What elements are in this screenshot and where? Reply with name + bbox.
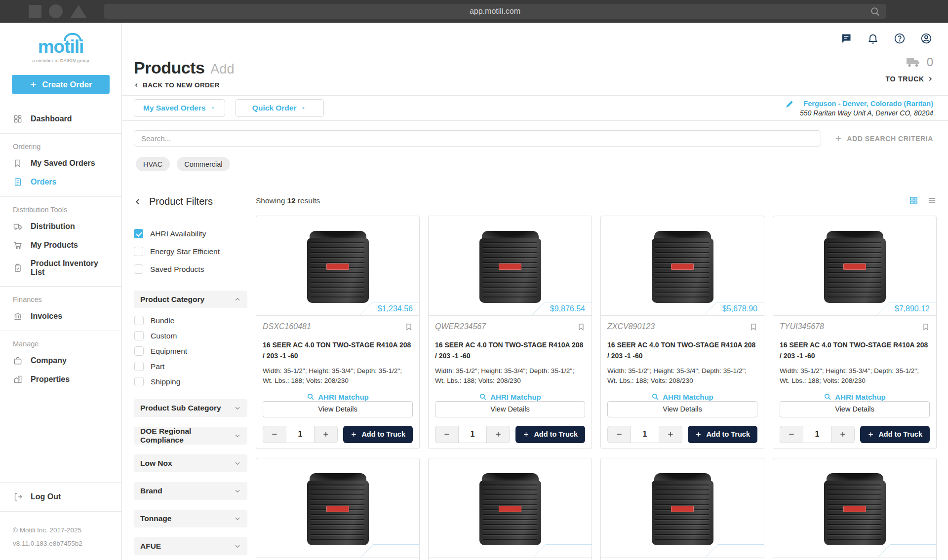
category-option-part[interactable]: Part	[134, 362, 247, 371]
sidebar-item-orders[interactable]: Orders	[0, 173, 121, 191]
motili-logo: motili a member of DAIKIN group	[0, 37, 121, 63]
checkbox[interactable]	[134, 377, 144, 386]
plus-icon	[30, 81, 37, 88]
building-icon	[13, 374, 23, 384]
category-option-bundle[interactable]: Bundle	[134, 316, 247, 325]
filter-toggle-energy-star[interactable]: Energy Star Efficient	[134, 247, 247, 256]
accordion-low-nox[interactable]: Low Nox	[134, 454, 247, 472]
bookmark-icon[interactable]	[750, 322, 757, 332]
qty-decrease-button[interactable]	[263, 426, 286, 443]
url-bar[interactable]: app.motili.com	[104, 4, 886, 19]
sidebar-item-distribution[interactable]: Distribution	[0, 217, 121, 236]
sidebar-item-dashboard[interactable]: Dashboard	[0, 110, 121, 128]
chevron-down-icon	[234, 432, 241, 439]
ahri-matchup-link[interactable]: AHRI Matchup	[263, 393, 413, 401]
ac-unit-image	[479, 231, 541, 305]
filter-toggle-ahri-availability[interactable]: AHRI Availability	[134, 229, 247, 238]
account-icon[interactable]	[920, 33, 932, 44]
add-to-truck-button[interactable]: Add to Truck	[688, 426, 757, 443]
checkbox[interactable]	[134, 331, 144, 340]
list-view-icon[interactable]	[927, 196, 937, 205]
qty-increase-button[interactable]	[315, 426, 338, 443]
checkbox[interactable]	[134, 247, 143, 256]
create-order-button[interactable]: Create Order	[12, 75, 110, 94]
ahri-matchup-link[interactable]: AHRI Matchup	[780, 393, 930, 401]
bookmark-icon[interactable]	[405, 322, 413, 332]
category-option-custom[interactable]: Custom	[134, 331, 247, 340]
minus-icon	[788, 431, 795, 438]
truck-cart-indicator[interactable]: 0	[886, 55, 933, 69]
divider	[0, 482, 121, 483]
edit-pencil-icon[interactable]	[785, 100, 794, 109]
plus-icon	[868, 431, 874, 438]
add-to-truck-button[interactable]: Add to Truck	[343, 426, 413, 443]
accordion-afue[interactable]: AFUE	[134, 537, 247, 555]
add-to-truck-button[interactable]: Add to Truck	[860, 426, 930, 443]
product-image	[429, 458, 592, 558]
divider	[0, 133, 121, 134]
checkbox[interactable]	[134, 316, 144, 325]
view-details-button[interactable]: View Details	[607, 401, 757, 417]
brand-label	[326, 263, 349, 270]
sidebar-item-my-saved-orders[interactable]: My Saved Orders	[0, 154, 121, 173]
qty-increase-button[interactable]	[831, 426, 855, 443]
ahri-matchup-link[interactable]: AHRI Matchup	[607, 393, 757, 401]
checkbox[interactable]	[134, 362, 144, 371]
bookmark-icon[interactable]	[922, 322, 930, 332]
collapse-filters-chevron-icon[interactable]	[134, 198, 142, 206]
accordion-doe-regional-compliance[interactable]: DOE Regional Compliance	[134, 427, 247, 445]
bell-icon[interactable]	[867, 33, 879, 44]
bookmark-icon[interactable]	[577, 322, 585, 332]
checkbox[interactable]	[134, 346, 144, 356]
accordion-brand[interactable]: Brand	[134, 482, 247, 500]
location-name-link[interactable]: Ferguson - Denver, Colorado (Raritan)	[800, 100, 933, 108]
ahri-matchup-link[interactable]: AHRI Matchup	[435, 393, 585, 401]
quick-order-dropdown[interactable]: Quick Order	[235, 99, 324, 117]
ac-unit-image	[652, 231, 713, 305]
price-badge	[360, 544, 419, 558]
qty-decrease-button[interactable]	[435, 426, 458, 443]
logo-arc	[64, 33, 81, 41]
view-details-button[interactable]: View Details	[780, 401, 930, 417]
add-to-truck-button[interactable]: Add to Truck	[515, 426, 585, 443]
tag-commercial[interactable]: Commercial	[177, 157, 230, 171]
chat-icon[interactable]	[840, 33, 852, 44]
bookmark-icon	[13, 158, 23, 168]
accordion-tonnage[interactable]: Tonnage	[134, 510, 247, 527]
log-out-button[interactable]: Log Out	[0, 487, 121, 506]
sidebar-item-product-inventory-list[interactable]: Product Inventory List	[0, 255, 121, 281]
qty-value[interactable]: 1	[803, 426, 831, 443]
truck-cart-icon	[906, 57, 922, 68]
search-input[interactable]	[134, 130, 821, 147]
sidebar-item-company[interactable]: Company	[0, 351, 121, 370]
qty-increase-button[interactable]	[659, 426, 682, 443]
tag-hvac[interactable]: HVAC	[136, 157, 170, 171]
logo-tagline: a member of DAIKIN group	[0, 58, 121, 63]
qty-decrease-button[interactable]	[607, 426, 631, 443]
checkbox[interactable]	[134, 229, 143, 238]
sidebar-item-my-products[interactable]: My Products	[0, 236, 121, 255]
view-details-button[interactable]: View Details	[263, 401, 413, 417]
qty-value[interactable]: 1	[631, 426, 659, 443]
qty-decrease-button[interactable]	[780, 426, 803, 443]
chevron-down-icon	[234, 515, 241, 522]
back-to-new-order-link[interactable]: BACK TO NEW ORDER	[134, 81, 234, 89]
qty-increase-button[interactable]	[487, 426, 510, 443]
view-details-button[interactable]: View Details	[435, 401, 585, 417]
category-option-shipping[interactable]: Shipping	[134, 377, 247, 386]
grid-view-icon[interactable]	[909, 196, 918, 205]
sidebar-item-properties[interactable]: Properties	[0, 370, 121, 389]
accordion-product-category[interactable]: Product Category	[134, 291, 247, 308]
to-truck-link[interactable]: TO TRUCK	[886, 75, 933, 83]
chevron-left-icon	[134, 82, 139, 88]
help-icon[interactable]	[894, 33, 906, 44]
qty-value[interactable]: 1	[286, 426, 315, 443]
qty-value[interactable]: 1	[458, 426, 487, 443]
add-search-criteria-button[interactable]: ADD SEARCH CRITERIA	[834, 135, 933, 143]
category-option-equipment[interactable]: Equipment	[134, 346, 247, 356]
accordion-product-sub-category[interactable]: Product Sub Category	[134, 399, 247, 417]
sidebar-item-invoices[interactable]: Invoices	[0, 307, 121, 326]
checkbox[interactable]	[134, 264, 143, 274]
my-saved-orders-dropdown[interactable]: My Saved Orders	[134, 99, 225, 117]
filter-toggle-saved-products[interactable]: Saved Products	[134, 264, 247, 274]
